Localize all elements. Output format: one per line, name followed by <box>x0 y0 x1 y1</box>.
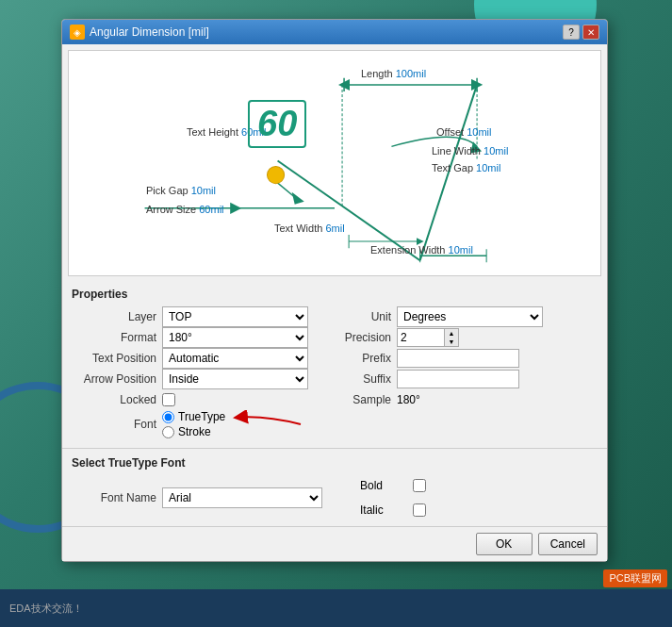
precision-spinner: ▲ ▼ <box>397 328 459 347</box>
font-stroke-label: Stroke <box>178 425 211 438</box>
sample-row: Sample 180° <box>339 389 598 410</box>
red-arrow-indicator <box>225 410 310 438</box>
bold-label: Bold <box>360 479 407 492</box>
diagram-area: Length 100mil Text Height 60mil Offset 1… <box>68 50 601 276</box>
locked-checkbox[interactable] <box>162 393 175 406</box>
prefix-label: Prefix <box>339 352 391 365</box>
arrow-position-select[interactable]: Inside Outside <box>162 369 308 389</box>
bold-checkbox[interactable] <box>413 479 426 492</box>
svg-point-17 <box>267 167 284 184</box>
font-name-row: Font Name Arial Times New Roman Courier … <box>72 487 322 508</box>
format-select[interactable]: 180° <box>162 327 308 348</box>
text-width-label: Text Width 6mil <box>274 223 345 234</box>
divider-1 <box>62 448 607 449</box>
sample-label: Sample <box>339 393 391 406</box>
properties-section: Properties Layer TOP BOTTOM Format 180° <box>62 282 607 444</box>
watermark-badge: PCB联盟网 <box>603 569 667 587</box>
arrow-size-label: Arrow Size 60mil <box>146 204 224 215</box>
properties-grid: Layer TOP BOTTOM Format 180° Text Positi… <box>72 306 598 438</box>
length-label: Length 100mil <box>361 68 426 79</box>
extension-width-label: Extension Width 10mil <box>370 244 473 256</box>
text-position-row: Text Position Automatic Manual <box>72 348 330 369</box>
suffix-input[interactable] <box>397 370 519 388</box>
dialog-titlebar: ◈ Angular Dimension [mil] ? ✕ <box>62 20 607 44</box>
help-button[interactable]: ? <box>563 25 580 40</box>
ok-button[interactable]: OK <box>476 533 533 555</box>
taskbar-label: EDA技术交流！ <box>5 602 88 616</box>
cancel-button[interactable]: Cancel <box>538 533 598 555</box>
font-stroke-option: Stroke <box>162 425 225 438</box>
font-select-title: Select TrueType Font <box>72 456 598 470</box>
titlebar-left: ◈ Angular Dimension [mil] <box>70 25 209 40</box>
dialog-buttons: OK Cancel <box>62 526 607 561</box>
line-width-label: Line Width 10mil <box>432 145 508 157</box>
font-row: Font TrueType Stroke <box>72 410 330 438</box>
text-gap-label: Text Gap 10mil <box>432 162 500 173</box>
text-position-select[interactable]: Automatic Manual <box>162 348 308 369</box>
dialog-title: Angular Dimension [mil] <box>90 25 209 39</box>
bold-row: Bold <box>360 475 426 496</box>
format-row: Format 180° <box>72 327 330 348</box>
close-button[interactable]: ✕ <box>582 25 599 40</box>
props-left-col: Layer TOP BOTTOM Format 180° Text Positi… <box>72 306 330 438</box>
font-truetype-radio[interactable] <box>162 411 174 423</box>
font-stroke-radio[interactable] <box>162 426 174 438</box>
properties-title: Properties <box>72 288 598 301</box>
svg-marker-6 <box>230 203 241 214</box>
precision-row: Precision ▲ ▼ <box>339 327 598 348</box>
italic-label: Italic <box>360 503 407 517</box>
svg-marker-8 <box>292 192 304 205</box>
font-name-label: Font Name <box>72 491 156 504</box>
precision-input[interactable] <box>397 328 444 347</box>
locked-label: Locked <box>72 393 156 406</box>
titlebar-buttons: ? ✕ <box>563 25 599 40</box>
unit-select[interactable]: Degrees Radians <box>397 306 543 327</box>
pick-gap-label: Pick Gap 10mil <box>146 185 216 196</box>
font-select-section: Select TrueType Font Font Name Arial Tim… <box>62 453 607 526</box>
format-label: Format <box>72 331 156 344</box>
suffix-row: Suffix <box>339 369 598 389</box>
suffix-label: Suffix <box>339 372 391 386</box>
font-truetype-label: TrueType <box>178 410 225 423</box>
angular-dimension-dialog: ◈ Angular Dimension [mil] ? ✕ <box>61 19 608 562</box>
sample-value: 180° <box>397 393 420 406</box>
spinner-up[interactable]: ▲ <box>445 329 458 338</box>
prefix-input[interactable] <box>397 349 519 368</box>
precision-label: Precision <box>339 331 391 344</box>
layer-label: Layer <box>72 310 156 323</box>
arrow-position-label: Arrow Position <box>72 372 156 386</box>
spinner-buttons: ▲ ▼ <box>444 328 459 347</box>
layer-row: Layer TOP BOTTOM <box>72 306 330 327</box>
dialog-icon: ◈ <box>70 25 85 40</box>
offset-label: Offset 10mil <box>436 126 492 138</box>
font-style-options: Bold Italic <box>360 475 426 520</box>
taskbar: EDA技术交流！ <box>0 589 672 627</box>
spinner-down[interactable]: ▼ <box>445 338 458 346</box>
arrow-position-row: Arrow Position Inside Outside <box>72 369 330 389</box>
text-position-label: Text Position <box>72 352 156 365</box>
prefix-row: Prefix <box>339 348 598 369</box>
font-name-select[interactable]: Arial Times New Roman Courier New <box>162 487 322 508</box>
italic-checkbox[interactable] <box>413 503 426 517</box>
unit-label: Unit <box>339 310 391 323</box>
dimension-diagram <box>69 51 600 275</box>
locked-row: Locked <box>72 389 330 410</box>
props-right-col: Unit Degrees Radians Precision ▲ ▼ <box>339 306 598 438</box>
font-label: Font <box>72 418 156 431</box>
layer-select[interactable]: TOP BOTTOM <box>162 306 308 327</box>
unit-row: Unit Degrees Radians <box>339 306 598 327</box>
font-truetype-option: TrueType <box>162 410 225 423</box>
font-options: TrueType Stroke <box>162 410 225 438</box>
font-select-row: Font Name Arial Times New Roman Courier … <box>72 475 598 520</box>
angle-display: 60 <box>248 100 306 148</box>
italic-row: Italic <box>360 500 426 520</box>
